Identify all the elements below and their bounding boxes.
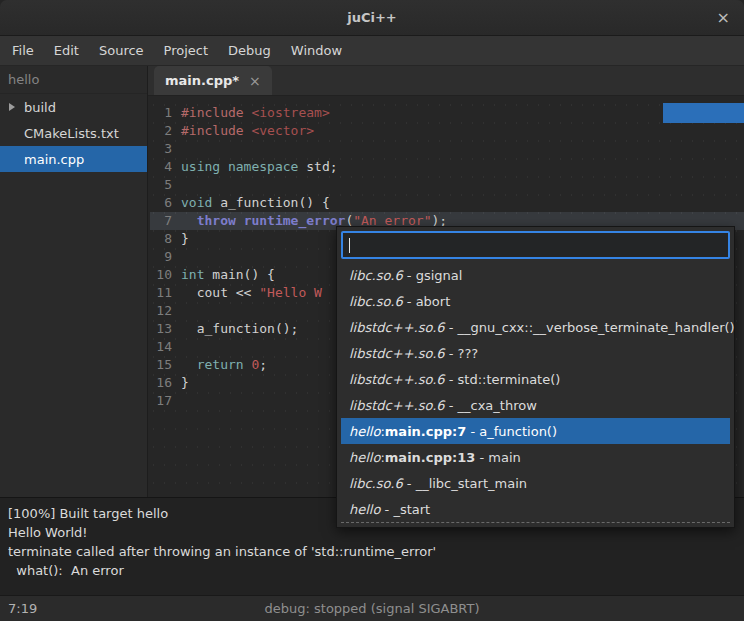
backtrace-item[interactable]: libc.so.6 - __libc_start_main: [341, 470, 730, 496]
sidebar-item-build[interactable]: build: [0, 94, 147, 120]
tab-main-cpp[interactable]: main.cpp* ×: [154, 66, 272, 95]
backtrace-item[interactable]: libc.so.6 - abort: [341, 288, 730, 314]
code-text: void a_function() {: [172, 194, 330, 212]
menu-item-window[interactable]: Window: [281, 36, 352, 65]
line-number: 16: [150, 374, 172, 392]
output-line: terminate called after throwing an insta…: [8, 542, 736, 561]
menu-item-edit[interactable]: Edit: [44, 36, 89, 65]
close-icon[interactable]: ×: [717, 0, 730, 35]
scrollbar-thumb[interactable]: [663, 103, 744, 123]
code-text: a_function();: [172, 320, 298, 338]
line-number: 17: [150, 392, 172, 410]
backtrace-item[interactable]: hello - _start: [341, 496, 730, 522]
statusbar: debug: stopped (signal SIGABRT) 7:19: [0, 595, 744, 621]
menu-item-source[interactable]: Source: [89, 36, 154, 65]
project-header: hello: [0, 66, 147, 94]
file-label: build: [24, 100, 56, 115]
line-number: 1: [150, 104, 172, 122]
backtrace-item[interactable]: libstdc++.so.6 - __gnu_cxx::__verbose_te…: [341, 314, 730, 340]
code-text: using namespace std;: [172, 158, 338, 176]
code-text: }: [172, 230, 189, 248]
window-title: juCi++: [347, 10, 397, 25]
file-tree: buildCMakeLists.txtmain.cpp: [0, 94, 147, 172]
text-caret: [349, 238, 350, 253]
code-text: [172, 176, 181, 194]
line-number: 9: [150, 248, 172, 266]
chevron-right-icon[interactable]: [9, 103, 15, 111]
backtrace-item[interactable]: libstdc++.so.6 - __cxa_throw: [341, 392, 730, 418]
code-line[interactable]: 3: [150, 140, 744, 158]
menu-item-file[interactable]: File: [2, 36, 44, 65]
line-number: 15: [150, 356, 172, 374]
code-line[interactable]: 6void a_function() {: [150, 194, 744, 212]
menubar: FileEditSourceProjectDebugWindow: [0, 36, 744, 66]
code-line[interactable]: 1#include <iostream>: [150, 104, 744, 122]
code-line[interactable]: 2#include <vector>: [150, 122, 744, 140]
code-text: #include <iostream>: [172, 104, 330, 122]
sidebar-item-main-cpp[interactable]: main.cpp: [0, 146, 147, 172]
file-label: CMakeLists.txt: [24, 126, 119, 141]
code-line[interactable]: 5: [150, 176, 744, 194]
backtrace-item[interactable]: hello:main.cpp:13 - main: [341, 444, 730, 470]
sidebar-item-cmakelists-txt[interactable]: CMakeLists.txt: [0, 120, 147, 146]
code-text: int main() {: [172, 266, 275, 284]
line-number: 6: [150, 194, 172, 212]
code-text: [172, 338, 181, 356]
line-number: 11: [150, 284, 172, 302]
status-message: debug: stopped (signal SIGABRT): [0, 601, 744, 616]
code-text: cout << "Hello W: [172, 284, 322, 302]
backtrace-popup: libc.so.6 - gsignallibc.so.6 - abortlibs…: [336, 226, 735, 528]
line-number: 8: [150, 230, 172, 248]
code-line[interactable]: 4using namespace std;: [150, 158, 744, 176]
menu-item-project[interactable]: Project: [154, 36, 218, 65]
app-window: juCi++ × FileEditSourceProjectDebugWindo…: [0, 0, 744, 621]
output-line: what(): An error: [8, 561, 736, 580]
code-text: [172, 248, 181, 266]
line-number: 7: [150, 212, 172, 230]
code-text: #include <vector>: [172, 122, 314, 140]
backtrace-item[interactable]: libstdc++.so.6 - std::terminate(): [341, 366, 730, 392]
code-text: return 0;: [172, 356, 267, 374]
cursor-position: 7:19: [8, 601, 37, 616]
line-number: 5: [150, 176, 172, 194]
backtrace-item[interactable]: hello:main.cpp:7 - a_function(): [341, 418, 730, 444]
tab-close-icon[interactable]: ×: [249, 73, 261, 89]
line-number: 3: [150, 140, 172, 158]
tab-label: main.cpp*: [165, 73, 239, 88]
code-text: [172, 302, 181, 320]
backtrace-item[interactable]: libstdc++.so.6 - ???: [341, 340, 730, 366]
line-number: 2: [150, 122, 172, 140]
sidebar: hello buildCMakeLists.txtmain.cpp: [0, 66, 148, 497]
line-number: 13: [150, 320, 172, 338]
file-label: main.cpp: [24, 152, 84, 167]
menu-item-debug[interactable]: Debug: [218, 36, 281, 65]
line-number: 10: [150, 266, 172, 284]
popup-search-input[interactable]: [341, 231, 730, 259]
code-text: [172, 140, 181, 158]
line-number: 14: [150, 338, 172, 356]
tabbar: main.cpp* ×: [148, 66, 744, 96]
titlebar: juCi++ ×: [0, 0, 744, 36]
backtrace-item[interactable]: libc.so.6 - gsignal: [341, 262, 730, 288]
backtrace-list: libc.so.6 - gsignallibc.so.6 - abortlibs…: [341, 262, 730, 523]
line-number: 12: [150, 302, 172, 320]
code-text: [172, 392, 181, 410]
code-text: }: [172, 374, 189, 392]
line-number: 4: [150, 158, 172, 176]
